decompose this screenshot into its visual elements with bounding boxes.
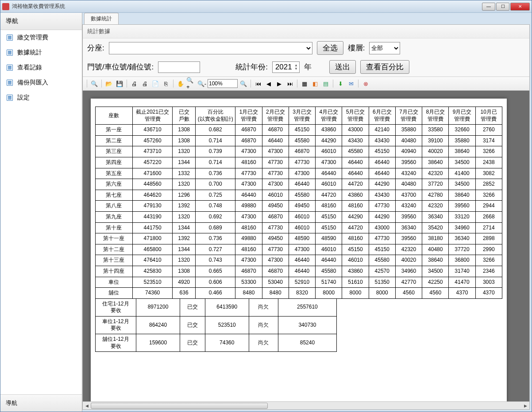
building-select[interactable] (109, 42, 312, 54)
table-row: 第五座47160013320.7364773047730473004644046… (96, 168, 502, 179)
tab-statistics[interactable]: 數據統計 (84, 13, 119, 24)
column-header: 8月已交管理費 (422, 107, 449, 125)
column-header: 5月已交管理費 (342, 107, 369, 125)
table-row: 第十三座47641013200.743473004730046440464404… (96, 255, 502, 266)
table-row: 第十座44175013440.6894816047730460104515044… (96, 222, 502, 233)
list-icon (7, 80, 13, 86)
table-row: 第一座43671013080.6824687046870451504386043… (96, 125, 502, 136)
zoom-in-icon[interactable]: 🔍+ (186, 79, 196, 88)
quick-print-icon[interactable]: 🖨 (140, 79, 150, 88)
app-icon (2, 3, 9, 10)
floor-select[interactable]: 全部 (369, 42, 400, 54)
scroll-right-icon[interactable]: ▶ (521, 402, 529, 410)
content-panel: 統計數據 分座: 全选 樓層: 全部 門號/車位號/鋪位號: 統計年份: 202… (82, 24, 530, 410)
watermark-icon[interactable]: ▤ (321, 79, 331, 88)
spin-down-icon[interactable]: ▼ (294, 67, 298, 71)
year-spinner[interactable]: 2021 ▲▼ (272, 61, 300, 73)
column-header: 已交戶數 (173, 107, 196, 125)
next-page-icon[interactable]: ▶ (274, 79, 284, 88)
table-row: 車位52351049200.60653300530405291051740516… (96, 277, 502, 288)
summary-table: 住宅1-12月要收8971200已交6413590尚欠2557610車位1-12… (95, 298, 337, 352)
sidebar-item-statistics[interactable]: 數據統計 (0, 45, 82, 60)
save-icon[interactable]: 💾 (115, 79, 124, 88)
horizontal-scrollbar[interactable]: ◀ ▶ (83, 401, 529, 409)
multipage-icon[interactable]: ▦ (300, 79, 309, 88)
list-icon (7, 50, 13, 56)
hand-icon[interactable]: ✋ (176, 79, 185, 88)
statistics-table: 座數截止2021已交管理費已交戶數百分比(以實收金額計)1月已交管理費2月已交管… (95, 107, 502, 299)
window-controls: — ☐ ✕ (482, 3, 530, 11)
report-viewport[interactable]: 座數截止2021已交管理費已交戶數百分比(以實收金額計)1月已交管理費2月已交管… (83, 91, 529, 401)
report-page: 座數截止2021已交管理費已交戶數百分比(以實收金額計)1月已交管理費2月已交管… (91, 99, 507, 401)
sidebar-item-payment[interactable]: 繳交管理費 (0, 30, 82, 45)
column-header: 截止2021已交管理費 (132, 107, 172, 125)
scroll-thumb[interactable] (91, 403, 268, 409)
sidebar: 導航 繳交管理費 數據統計 查看記錄 備份與匯入 設定 導航 (0, 13, 82, 412)
print-icon[interactable]: 🖨 (129, 79, 139, 88)
first-page-icon[interactable]: ⏮ (253, 79, 263, 88)
prev-page-icon[interactable]: ◀ (264, 79, 274, 88)
column-header: 9月已交管理費 (449, 107, 475, 125)
table-row: 第七座46462012960.7254644046010455804472043… (96, 190, 502, 201)
list-icon (7, 95, 13, 101)
table-row: 第十四座42583013080.665468704687046440455804… (96, 266, 502, 277)
color-icon[interactable]: ◧ (310, 79, 320, 88)
table-row: 第九座44319013200.6924730046870460104515044… (96, 211, 502, 222)
table-row: 第六座44856013200.7004730047300464404601044… (96, 179, 502, 190)
tabstrip: 數據統計 (82, 13, 532, 24)
table-row: 第八座47913013920.7484988049450494504816048… (96, 201, 502, 212)
scroll-left-icon[interactable]: ◀ (83, 402, 91, 410)
open-icon[interactable]: 📂 (104, 79, 114, 88)
zoom-tool-icon[interactable]: 🔍 (239, 79, 248, 88)
table-row: 第十一座47180013920.736498804945048590485904… (96, 233, 502, 244)
list-icon (7, 34, 13, 41)
zoom-out-icon[interactable]: 🔍- (197, 79, 207, 88)
summary-row: 車位1-12月要收864240已交523510尚欠340730 (96, 316, 337, 334)
search-icon[interactable]: 🔍 (89, 79, 99, 88)
sidebar-items: 繳交管理費 數據統計 查看記錄 備份與匯入 設定 (0, 30, 82, 394)
table-row: 舖位743606360.4668480848083208000800080004… (96, 288, 502, 299)
year-label: 統計年份: (235, 62, 268, 72)
sidebar-header: 導航 (0, 13, 82, 30)
export-icon[interactable]: ⬇ (335, 79, 345, 88)
page-setup-icon[interactable]: 📄 (150, 79, 160, 88)
table-row: 第四座45722013440.7144816047730477304730046… (96, 157, 502, 168)
filter-row-1: 分座: 全选 樓層: 全部 (83, 38, 529, 57)
close-button[interactable]: ✕ (510, 3, 530, 11)
column-header: 6月已交管理費 (369, 107, 395, 125)
view-percentage-button[interactable]: 查看百分比 (360, 60, 409, 74)
floor-label: 樓層: (348, 43, 365, 53)
unit-input[interactable] (158, 61, 200, 73)
submit-button[interactable]: 送出 (329, 60, 356, 74)
column-header: 座數 (96, 107, 133, 125)
window-title: 鴻裕物業收費管理系统 (12, 3, 482, 10)
column-header: 3月已交管理費 (289, 107, 315, 125)
select-all-button[interactable]: 全选 (317, 41, 343, 55)
sidebar-item-records[interactable]: 查看記錄 (0, 60, 82, 75)
unit-label: 門號/車位號/鋪位號: (87, 62, 154, 72)
titlebar: 鴻裕物業收費管理系统 — ☐ ✕ (0, 0, 532, 13)
table-row: 第二座45726013080.7144687046440455804429043… (96, 135, 502, 146)
minimize-button[interactable]: — (482, 3, 495, 11)
column-header: 百分比(以實收金額計) (195, 107, 235, 125)
building-label: 分座: (87, 43, 104, 53)
email-icon[interactable]: ✉ (346, 79, 356, 88)
sidebar-item-settings[interactable]: 設定 (0, 90, 82, 105)
summary-row: 舖位1-12月要收159600已交74360尚欠85240 (96, 334, 337, 352)
maximize-button[interactable]: ☐ (496, 3, 509, 11)
last-page-icon[interactable]: ⏭ (285, 79, 295, 88)
section-title: 統計數據 (83, 25, 529, 38)
close-preview-icon[interactable]: ⊗ (361, 79, 370, 88)
table-row: 第十二座46580013440.727481604773047300460104… (96, 244, 502, 255)
column-header: 2月已交管理費 (262, 107, 289, 125)
summary-row: 住宅1-12月要收8971200已交6413590尚欠2557610 (96, 298, 337, 316)
column-header: 7月已交管理費 (395, 107, 422, 125)
zoom-combo[interactable] (208, 79, 238, 88)
sidebar-item-backup[interactable]: 備份與匯入 (0, 75, 82, 90)
year-unit: 年 (304, 62, 312, 72)
column-header: 10月已管理費 (475, 107, 502, 125)
column-header: 1月已交管理費 (235, 107, 262, 125)
scale-icon[interactable]: ⎘ (161, 79, 171, 88)
column-header: 4月已交管理費 (316, 107, 342, 125)
app-window: 鴻裕物業收費管理系统 — ☐ ✕ 導航 繳交管理費 數據統計 查看記錄 備份與匯… (0, 0, 532, 412)
